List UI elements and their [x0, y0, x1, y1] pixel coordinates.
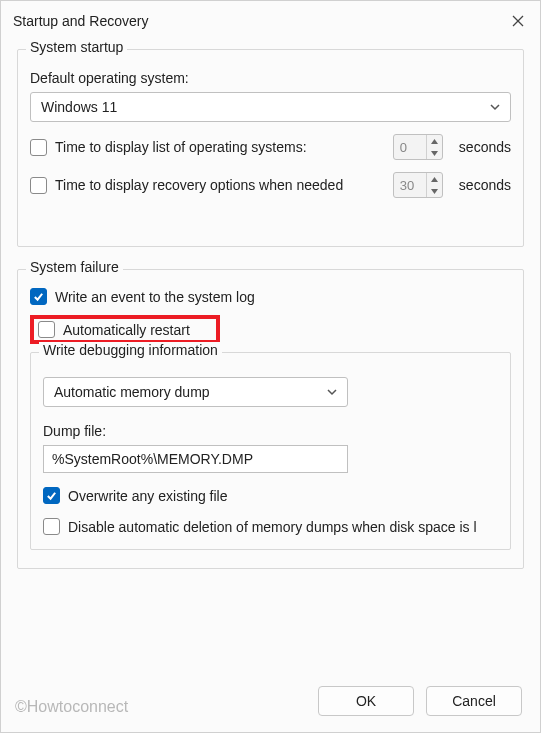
overwrite-label: Overwrite any existing file [68, 488, 498, 504]
seconds-label-1: seconds [459, 139, 511, 155]
window-title: Startup and Recovery [13, 13, 148, 29]
auto-restart-highlight: Automatically restart [30, 315, 220, 344]
write-event-label: Write an event to the system log [55, 289, 511, 305]
titlebar: Startup and Recovery [1, 1, 540, 41]
ok-button[interactable]: OK [318, 686, 414, 716]
auto-restart-label: Automatically restart [63, 322, 212, 338]
dump-file-label: Dump file: [43, 423, 498, 439]
button-bar: OK Cancel [318, 686, 522, 716]
default-os-label: Default operating system: [30, 70, 511, 86]
dump-type-dropdown[interactable]: Automatic memory dump [43, 377, 348, 407]
disable-delete-label: Disable automatic deletion of memory dum… [68, 519, 477, 535]
write-event-row: Write an event to the system log [30, 288, 511, 305]
write-debug-legend: Write debugging information [39, 342, 222, 358]
time-list-value: 0 [394, 135, 426, 159]
auto-restart-checkbox[interactable] [38, 321, 55, 338]
chevron-down-icon [327, 384, 337, 400]
svg-marker-3 [431, 151, 438, 156]
system-failure-group: System failure Write an event to the sys… [17, 269, 524, 569]
time-list-row: Time to display list of operating system… [30, 134, 511, 160]
cancel-button[interactable]: Cancel [426, 686, 522, 716]
spin-down-icon[interactable] [427, 147, 442, 159]
seconds-label-2: seconds [459, 177, 511, 193]
time-recovery-label: Time to display recovery options when ne… [55, 177, 385, 193]
spin-up-icon[interactable] [427, 135, 442, 147]
dialog-window: Startup and Recovery System startup Defa… [0, 0, 541, 733]
time-list-label: Time to display list of operating system… [55, 139, 385, 155]
dump-file-value: %SystemRoot%\MEMORY.DMP [52, 451, 253, 467]
close-icon[interactable] [508, 11, 528, 31]
dump-file-input[interactable]: %SystemRoot%\MEMORY.DMP [43, 445, 348, 473]
time-recovery-row: Time to display recovery options when ne… [30, 172, 511, 198]
time-recovery-spinner[interactable]: 30 [393, 172, 443, 198]
overwrite-row: Overwrite any existing file [43, 487, 498, 504]
time-recovery-checkbox[interactable] [30, 177, 47, 194]
system-startup-group: System startup Default operating system:… [17, 49, 524, 247]
default-os-dropdown[interactable]: Windows 11 [30, 92, 511, 122]
disable-delete-row: Disable automatic deletion of memory dum… [43, 518, 498, 535]
watermark-text: ©Howtoconnect [15, 698, 128, 716]
write-debug-group: Write debugging information Automatic me… [30, 352, 511, 550]
system-startup-legend: System startup [26, 39, 127, 55]
spin-down-icon[interactable] [427, 185, 442, 197]
svg-marker-5 [431, 189, 438, 194]
dump-type-value: Automatic memory dump [54, 384, 210, 400]
svg-marker-2 [431, 139, 438, 144]
spinner-buttons [426, 135, 442, 159]
spin-up-icon[interactable] [427, 173, 442, 185]
time-list-checkbox[interactable] [30, 139, 47, 156]
system-failure-legend: System failure [26, 259, 123, 275]
spinner-buttons-2 [426, 173, 442, 197]
time-recovery-value: 30 [394, 173, 426, 197]
disable-delete-checkbox[interactable] [43, 518, 60, 535]
content-area: System startup Default operating system:… [1, 41, 540, 569]
time-list-spinner[interactable]: 0 [393, 134, 443, 160]
default-os-value: Windows 11 [41, 99, 117, 115]
overwrite-checkbox[interactable] [43, 487, 60, 504]
chevron-down-icon [490, 99, 500, 115]
svg-marker-4 [431, 177, 438, 182]
write-event-checkbox[interactable] [30, 288, 47, 305]
